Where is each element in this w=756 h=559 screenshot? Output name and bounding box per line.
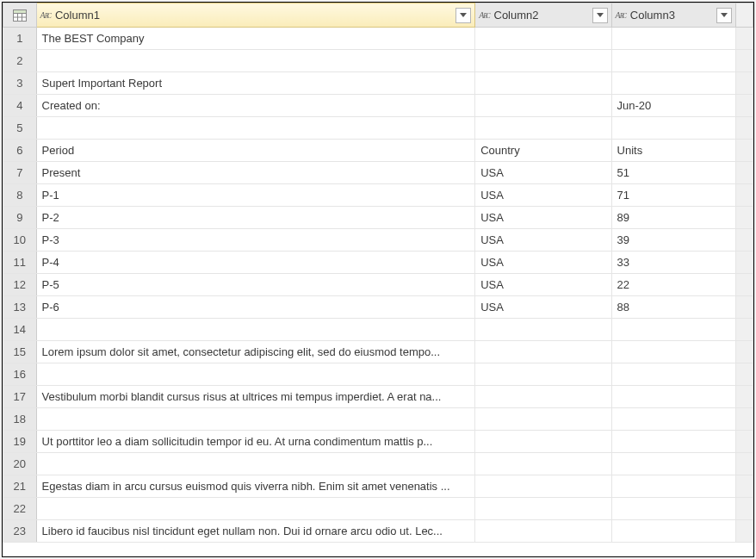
scrollbar-track[interactable] [735, 162, 753, 184]
cell[interactable]: Units [611, 140, 735, 162]
scrollbar-track[interactable] [735, 498, 753, 520]
select-all-header[interactable] [3, 3, 37, 28]
scrollbar-track[interactable] [735, 72, 753, 95]
cell[interactable] [475, 72, 611, 95]
cell[interactable] [475, 117, 611, 140]
table-row[interactable]: 1The BEST Company [3, 28, 753, 50]
row-number[interactable]: 4 [3, 95, 37, 117]
table-row[interactable]: 21Egestas diam in arcu cursus euismod qu… [3, 475, 753, 498]
cell[interactable]: USA [475, 184, 611, 207]
scrollbar-track[interactable] [735, 453, 753, 475]
row-number[interactable]: 10 [3, 229, 37, 252]
scrollbar-track[interactable] [735, 363, 753, 386]
cell[interactable]: Libero id faucibus nisl tincidunt eget n… [36, 520, 475, 543]
cell[interactable] [36, 453, 475, 475]
column-header-column2[interactable]: ABC Column2 [475, 3, 611, 28]
table-row[interactable]: 8P-1USA71 [3, 184, 753, 207]
cell[interactable] [611, 453, 735, 475]
cell[interactable]: USA [475, 296, 611, 319]
table-row[interactable]: 11P-4USA33 [3, 252, 753, 274]
row-number[interactable]: 5 [3, 117, 37, 140]
cell[interactable]: USA [475, 274, 611, 296]
scrollbar-track[interactable] [735, 117, 753, 140]
scrollbar-track[interactable] [735, 252, 753, 274]
row-number[interactable]: 14 [3, 319, 37, 341]
cell[interactable] [475, 498, 611, 520]
cell[interactable] [475, 431, 611, 453]
cell[interactable]: 22 [611, 274, 735, 296]
row-number[interactable]: 2 [3, 50, 37, 72]
cell[interactable]: P-5 [36, 274, 475, 296]
cell[interactable]: P-3 [36, 229, 475, 252]
cell[interactable]: USA [475, 162, 611, 184]
row-number[interactable]: 15 [3, 341, 37, 363]
cell[interactable]: 39 [611, 229, 735, 252]
scrollbar-track[interactable] [735, 50, 753, 72]
cell[interactable] [36, 117, 475, 140]
table-row[interactable]: 5 [3, 117, 753, 140]
cell[interactable]: Jun-20 [611, 95, 735, 117]
cell[interactable] [475, 408, 611, 431]
scrollbar-track[interactable] [735, 140, 753, 162]
cell[interactable]: 88 [611, 296, 735, 319]
row-number[interactable]: 11 [3, 252, 37, 274]
cell[interactable] [611, 408, 735, 431]
cell[interactable]: P-6 [36, 296, 475, 319]
table-row[interactable]: 7PresentUSA51 [3, 162, 753, 184]
cell[interactable] [611, 386, 735, 408]
cell[interactable]: Country [475, 140, 611, 162]
row-number[interactable]: 21 [3, 475, 37, 498]
cell[interactable]: 89 [611, 207, 735, 229]
cell[interactable] [475, 50, 611, 72]
scrollbar-track[interactable] [735, 95, 753, 117]
cell[interactable]: Egestas diam in arcu cursus euismod quis… [36, 475, 475, 498]
scrollbar-track[interactable] [735, 520, 753, 543]
scrollbar-track[interactable] [735, 28, 753, 50]
table-row[interactable]: 17Vestibulum morbi blandit cursus risus … [3, 386, 753, 408]
cell[interactable]: 51 [611, 162, 735, 184]
cell[interactable] [36, 363, 475, 386]
cell[interactable] [36, 408, 475, 431]
row-number[interactable]: 20 [3, 453, 37, 475]
row-number[interactable]: 9 [3, 207, 37, 229]
table-row[interactable]: 23Libero id faucibus nisl tincidunt eget… [3, 520, 753, 543]
table-row[interactable]: 6PeriodCountryUnits [3, 140, 753, 162]
row-number[interactable]: 22 [3, 498, 37, 520]
scrollbar-track[interactable] [735, 296, 753, 319]
cell[interactable] [611, 319, 735, 341]
cell[interactable] [611, 498, 735, 520]
cell[interactable] [475, 28, 611, 50]
cell[interactable] [611, 72, 735, 95]
cell[interactable]: USA [475, 229, 611, 252]
cell[interactable] [36, 498, 475, 520]
row-number[interactable]: 23 [3, 520, 37, 543]
cell[interactable] [611, 341, 735, 363]
row-number[interactable]: 12 [3, 274, 37, 296]
table-row[interactable]: 22 [3, 498, 753, 520]
cell[interactable] [611, 431, 735, 453]
column-header-column1[interactable]: ABC Column1 [36, 3, 475, 28]
row-number[interactable]: 13 [3, 296, 37, 319]
cell[interactable] [475, 475, 611, 498]
cell[interactable] [611, 117, 735, 140]
scrollbar-track[interactable] [735, 386, 753, 408]
cell[interactable] [475, 453, 611, 475]
cell[interactable]: P-2 [36, 207, 475, 229]
filter-dropdown-button[interactable] [716, 8, 732, 23]
cell[interactable] [475, 95, 611, 117]
row-number[interactable]: 8 [3, 184, 37, 207]
cell[interactable] [611, 50, 735, 72]
table-row[interactable]: 20 [3, 453, 753, 475]
cell[interactable]: Created on: [36, 95, 475, 117]
table-row[interactable]: 2 [3, 50, 753, 72]
table-row[interactable]: 10P-3USA39 [3, 229, 753, 252]
cell[interactable]: Period [36, 140, 475, 162]
scrollbar-track[interactable] [735, 207, 753, 229]
scrollbar-track[interactable] [735, 319, 753, 341]
table-row[interactable]: 3Supert Important Report [3, 72, 753, 95]
row-number[interactable]: 7 [3, 162, 37, 184]
cell[interactable] [475, 520, 611, 543]
cell[interactable] [36, 50, 475, 72]
row-number[interactable]: 3 [3, 72, 37, 95]
cell[interactable] [475, 341, 611, 363]
